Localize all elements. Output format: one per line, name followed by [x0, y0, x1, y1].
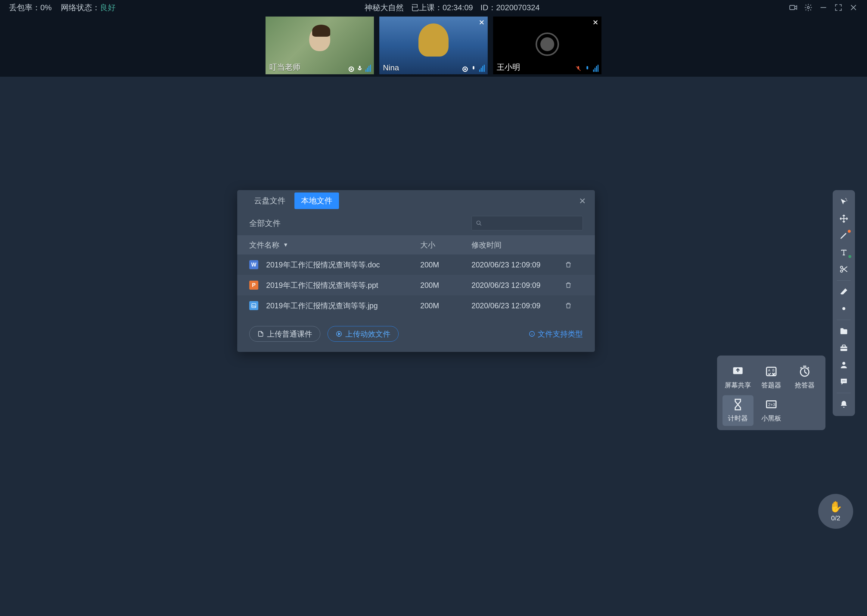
dialog-close-icon[interactable]: ✕ — [579, 196, 586, 206]
network-label: 网络状态： — [61, 3, 100, 12]
delete-icon[interactable] — [565, 261, 583, 268]
mic-icon — [584, 65, 591, 72]
support-link-label: 文件支持类型 — [538, 329, 583, 339]
participant-name: 王小明 — [497, 62, 520, 72]
tool-buzzer[interactable]: 抢答器 — [789, 362, 820, 393]
file-date: 2020/06/23 12:09:09 — [471, 302, 565, 310]
document-icon — [257, 330, 264, 337]
tab-local-files[interactable]: 本地文件 — [295, 193, 339, 209]
image-icon — [249, 301, 258, 310]
upload-dynamic-button[interactable]: 上传动效文件 — [328, 326, 399, 342]
file-list: W2019年工作汇报情况查询等等.doc 200M 2020/06/23 12:… — [237, 255, 595, 316]
close-icon[interactable] — [849, 3, 858, 12]
filter-label[interactable]: 全部文件 — [249, 218, 465, 229]
record-icon — [462, 66, 468, 72]
tool-label: 屏幕共享 — [725, 381, 751, 390]
audio-level-icon — [366, 64, 371, 72]
tool-screen-share[interactable]: 屏幕共享 — [722, 362, 754, 393]
mic-muted-icon — [575, 65, 582, 72]
toolbox-icon[interactable] — [836, 341, 851, 355]
svg-point-27 — [845, 198, 846, 199]
blackboard-icon: 2+3 — [765, 398, 777, 411]
timer-icon — [731, 398, 744, 411]
doc-icon: W — [249, 260, 258, 269]
eraser-icon[interactable] — [836, 284, 851, 299]
room-title: 神秘大自然 — [364, 2, 404, 13]
packet-loss: 丢包率：0% — [9, 2, 52, 13]
svg-point-25 — [846, 199, 847, 200]
raise-hand-button[interactable]: ✋ 0/2 — [818, 494, 853, 529]
laser-pointer-icon[interactable] — [836, 194, 851, 209]
teaching-tools-popup: 屏幕共享 AB 答题器 抢答器 计时器 2+3 小黑板 — [717, 355, 826, 430]
svg-point-9 — [477, 221, 481, 225]
text-icon[interactable] — [836, 245, 851, 260]
svg-line-10 — [480, 224, 481, 226]
column-name[interactable]: 文件名称 — [249, 240, 279, 250]
camera-off-icon — [536, 33, 559, 56]
svg-rect-11 — [252, 303, 256, 308]
record-icon — [348, 66, 354, 72]
id-label: ID： — [481, 3, 496, 12]
table-header: 文件名称 ▼ 大小 修改时间 — [237, 235, 595, 255]
audio-level-icon — [479, 64, 485, 72]
delete-icon[interactable] — [565, 281, 583, 289]
file-name: 2019年工作汇报情况查询等等.ppt — [266, 280, 378, 290]
svg-point-28 — [840, 266, 843, 269]
tool-timer[interactable]: 计时器 — [722, 395, 754, 426]
status-bar: 丢包率：0% 网络状态：良好 神秘大自然 已上课：02:34:09 ID：202… — [0, 0, 867, 15]
tool-blackboard[interactable]: 2+3 小黑板 — [756, 395, 787, 426]
bell-icon[interactable] — [836, 397, 851, 412]
tool-label: 抢答器 — [795, 381, 815, 390]
search-input[interactable] — [471, 216, 583, 230]
supported-types-link[interactable]: 文件支持类型 — [529, 329, 583, 339]
delete-icon[interactable] — [565, 302, 583, 309]
tab-cloud-files[interactable]: 云盘文件 — [247, 193, 292, 209]
answer-tool-icon: AB — [765, 365, 777, 378]
folder-icon[interactable] — [836, 324, 851, 339]
play-circle-icon — [336, 330, 342, 337]
info-icon — [529, 330, 535, 337]
packet-loss-value: 0% — [40, 3, 52, 12]
dot-icon[interactable] — [836, 301, 851, 316]
annotation-toolbar — [833, 190, 855, 416]
svg-text:B: B — [772, 368, 774, 372]
person-icon[interactable] — [836, 357, 851, 372]
upload-dynamic-label: 上传动效文件 — [345, 329, 391, 339]
ppt-icon: P — [249, 281, 258, 290]
tile-close-icon[interactable]: ✕ — [479, 18, 485, 27]
tool-label: 计时器 — [728, 414, 748, 423]
network-value: 良好 — [100, 3, 116, 12]
file-upload-dialog: 云盘文件 本地文件 ✕ 全部文件 文件名称 ▼ 大小 修改时间 W2019年工作… — [237, 190, 595, 352]
video-tile-student[interactable]: ✕ 王小明 — [493, 17, 602, 74]
elapsed: 已上课：02:34:09 — [411, 2, 473, 13]
tool-answer[interactable]: AB 答题器 — [756, 362, 787, 393]
sort-desc-icon[interactable]: ▼ — [283, 242, 288, 248]
chat-icon[interactable] — [836, 374, 851, 389]
video-strip: 叮当老师 ✕ Nina ✕ 王小明 — [0, 15, 867, 77]
tool-label: 小黑板 — [761, 414, 781, 423]
tile-close-icon[interactable]: ✕ — [593, 18, 599, 27]
file-row[interactable]: 2019年工作汇报情况查询等等.jpg 200M 2020/06/23 12:0… — [237, 295, 595, 316]
video-tile-student[interactable]: ✕ Nina — [379, 17, 488, 74]
dialog-tabs: 云盘文件 本地文件 ✕ — [237, 190, 595, 211]
search-icon — [476, 220, 482, 226]
minimize-icon[interactable] — [819, 3, 828, 12]
scissors-icon[interactable] — [836, 262, 851, 277]
file-row[interactable]: W2019年工作汇报情况查询等等.doc 200M 2020/06/23 12:… — [237, 255, 595, 275]
column-date[interactable]: 修改时间 — [471, 240, 565, 250]
camera-toggle-icon[interactable] — [789, 3, 798, 12]
move-icon[interactable] — [836, 211, 851, 226]
mic-icon — [470, 65, 477, 72]
pen-icon[interactable] — [836, 228, 851, 243]
upload-normal-button[interactable]: 上传普通课件 — [249, 326, 320, 342]
video-tile-teacher[interactable]: 叮当老师 — [265, 17, 374, 74]
screen-share-icon — [731, 365, 744, 378]
settings-icon[interactable] — [804, 3, 813, 12]
file-size: 200M — [420, 302, 471, 310]
session-id: ID：2020070324 — [481, 2, 540, 13]
fullscreen-icon[interactable] — [834, 3, 843, 12]
file-name: 2019年工作汇报情况查询等等.doc — [266, 260, 380, 270]
file-row[interactable]: P2019年工作汇报情况查询等等.ppt 200M 2020/06/23 12:… — [237, 275, 595, 295]
audio-level-icon — [593, 64, 599, 72]
column-size[interactable]: 大小 — [420, 240, 471, 250]
